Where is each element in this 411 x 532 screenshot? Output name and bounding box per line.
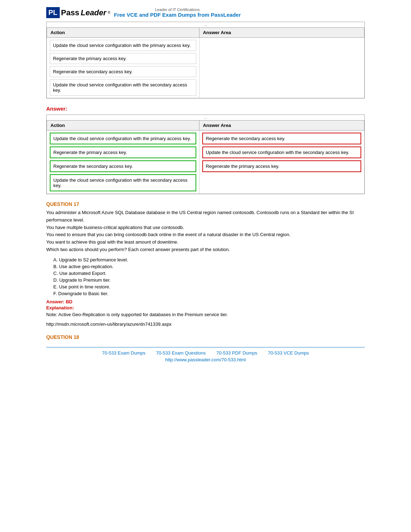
option-f: F. Downgrade to Basic tier. (53, 291, 365, 296)
footer-url-container: http://www.passleader.com/70-533.html (46, 357, 365, 362)
action-item-1[interactable]: Update the cloud service configuration w… (50, 40, 196, 51)
question-17-number: QUESTION 17 (46, 201, 365, 207)
q17-line-3: You need to ensure that you can bring co… (46, 232, 290, 237)
action-item-ans-1[interactable]: Update the cloud service configuration w… (50, 133, 196, 144)
logo-box: PL (46, 7, 60, 18)
action-item-ans-4[interactable]: Update the cloud service configuration w… (50, 174, 196, 191)
action-cell-2: Update the cloud service configuration w… (47, 131, 199, 194)
option-d: D. Upgrade to Premium tier. (53, 277, 365, 283)
table-row: Update the cloud service configuration w… (47, 131, 364, 194)
logo-pl: PL (48, 9, 58, 17)
action-item-ans-2[interactable]: Regenerate the primary access key. (50, 147, 196, 158)
tagline: Free VCE and PDF Exam Dumps from PassLea… (114, 12, 241, 18)
q17-explanation-label: Explanation: (46, 305, 365, 310)
answer-item-1[interactable]: Regenerate the secondary access key. (202, 133, 361, 144)
action-item-2[interactable]: Regenerate the primary access key. (50, 53, 196, 64)
footer-link-1[interactable]: 70-533 Exam Dumps (102, 350, 145, 356)
dots-2: ... (47, 115, 364, 120)
q17-answer-label: Answer: (46, 299, 64, 304)
col-action-2: Action (47, 121, 199, 131)
table2: Action Answer Area Update the cloud serv… (47, 120, 364, 194)
page-header: PL PassLeader® Leader of IT Certificatio… (46, 7, 365, 18)
footer-link-2[interactable]: 70-533 Exam Questions (156, 350, 206, 356)
action-item-4[interactable]: Update the cloud service configuration w… (50, 79, 196, 96)
q17-line-5: Which two actions should you perform? Ea… (46, 247, 230, 252)
leader-subtitle: Leader of IT Certifications (114, 7, 241, 12)
action-item-3[interactable]: Regenerate the secondary access key. (50, 66, 196, 77)
dots-1: ... (47, 22, 364, 27)
logo-reg: ® (108, 11, 110, 15)
q17-line-2: You have multiple business-critical appl… (46, 225, 184, 230)
drag-table-1: ... Action Answer Area Update the cloud … (46, 22, 365, 99)
option-e: E. Use point in time restore. (53, 284, 365, 289)
footer: 70-533 Exam Dumps 70-533 Exam Questions … (46, 347, 365, 362)
option-c: C. Use automated Export. (53, 271, 365, 276)
question-17-text: You administer a Microsoft Azure SQL Dat… (46, 209, 365, 254)
q17-line-1: You administer a Microsoft Azure SQL Dat… (46, 210, 354, 223)
question-18-number: QUESTION 18 (46, 334, 365, 340)
answer-cell-1 (199, 38, 364, 98)
q17-options: A. Upgrade to S2 performance level. B. U… (53, 257, 365, 296)
q17-explanation-link: http://msdn.microsoft.com/en-us/library/… (46, 321, 365, 328)
col-action-1: Action (47, 28, 199, 38)
q17-explanation-text: Note: Active Geo-Replication is only sup… (46, 311, 365, 319)
footer-links: 70-533 Exam Dumps 70-533 Exam Questions … (46, 350, 365, 356)
option-b: B. Use active geo-replication. (53, 264, 365, 269)
col-answer-1: Answer Area (199, 28, 364, 38)
action-cell-1: Update the cloud service configuration w… (47, 38, 199, 98)
answer-item-2[interactable]: Update the cloud service configuration w… (202, 147, 361, 158)
footer-link-4[interactable]: 70-533 VCE Dumps (268, 350, 309, 356)
table1: Action Answer Area Update the cloud serv… (47, 27, 364, 98)
option-a: A. Upgrade to S2 performance level. (53, 257, 365, 262)
logo-pass: Pass (61, 8, 79, 17)
header-right: Leader of IT Certifications Free VCE and… (114, 7, 241, 18)
q17-line-4: You want to achieve this goal with the l… (46, 239, 178, 245)
footer-link-3[interactable]: 70-533 PDF Dumps (217, 350, 257, 356)
col-answer-2: Answer Area (199, 121, 364, 131)
answer-item-3[interactable]: Regenerate the primary access key. (202, 160, 361, 172)
footer-url[interactable]: http://www.passleader.com/70-533.html (165, 357, 246, 362)
drag-table-2: ... Action Answer Area Update the cloud … (46, 115, 365, 194)
answer-label: Answer: (46, 106, 365, 112)
answer-cell-2: Regenerate the secondary access key. Upd… (199, 131, 364, 194)
action-item-ans-3[interactable]: Regenerate the secondary access key. (50, 160, 196, 172)
table-row: Update the cloud service configuration w… (47, 38, 364, 98)
logo-leader: Leader (81, 8, 106, 17)
q17-answer-value: BD (66, 299, 73, 304)
